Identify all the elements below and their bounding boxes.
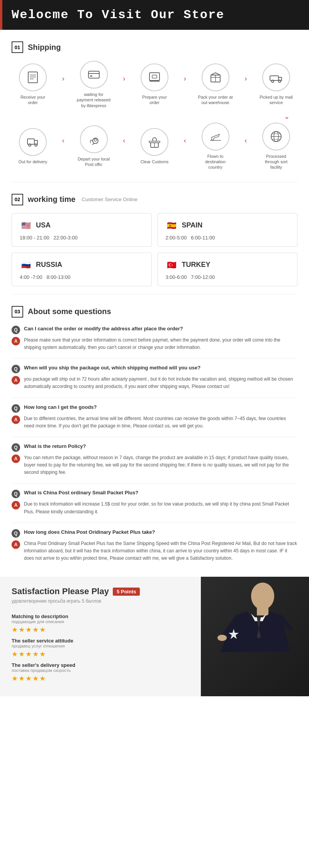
svg-point-18 [35,144,37,146]
faq-q-icon-2: Q [12,365,20,373]
faq-q-2: Q When will you ship the package out, wh… [12,364,297,373]
step-post-icon [80,125,108,153]
satisfaction-badge: 5 Points [113,588,140,596]
faq-a-text-3: Due to different countries, the arrival … [24,415,297,430]
faq-a-icon-3: A [12,415,20,424]
faq-item-2: Q When will you ship the package out, wh… [12,364,297,390]
wt-card-usa: 🇺🇸 USA 18:00 - 21:00 22:00-3:00 [12,213,152,247]
step-flown-label: Flown to destination country [198,154,233,170]
step-pack-label: Pack your order at out warehouse [198,94,233,106]
faq-a-text-2: you package will ship out in 72 hours af… [24,376,297,390]
working-time-num: 02 [12,194,23,205]
svg-rect-25 [149,141,160,143]
faq-item-6: Q How long does China Post Oridinary Pac… [12,529,297,562]
faq-a-icon-2: A [12,376,20,384]
svg-point-34 [217,635,227,641]
faq-q-text-3: How long can I get the goods? [24,404,97,411]
faq-q-icon-3: Q [12,404,20,413]
faq-q-text-2: When will you ship the package out, whic… [24,364,200,371]
step-receive: Receive your order [15,63,50,106]
shipping-row-2: Out for delivery ‹ Depart your local Pos… [12,123,297,170]
svg-point-20 [94,139,97,141]
svg-rect-0 [28,72,37,83]
faq-item-3: Q How long can I get the goods? A Due to… [12,404,297,430]
svg-rect-4 [88,71,99,78]
faq-a-5: A Due to track information will increase… [12,501,297,515]
faq-item-4: Q What is the return Policy? A You can r… [12,443,297,477]
step-pickup: Picked up by mail service [259,63,294,106]
person-silhouette [212,577,297,696]
faq-section-num: 03 [12,306,23,318]
svg-point-17 [29,144,31,146]
faq-item-5: Q What is China Post ordinary Small Pack… [12,489,297,515]
step-post: Depart your local Post offic [76,125,111,167]
arrow-2: › [123,75,125,83]
svg-point-14 [272,80,274,82]
flag-russia: 🇷🇺 [20,259,32,271]
flag-turkey: 🇹🇷 [166,259,178,271]
step-pickup-icon [262,63,290,91]
arrow-5: ‹ [62,137,65,145]
satisfaction-subtitle: удовлетворение просьба играть 5 баллов [12,598,197,604]
faq-a-icon-4: A [12,455,20,463]
shipping-section-title: 01 Shipping [12,41,297,53]
svg-rect-13 [270,76,278,80]
wt-time-spain: 2:00-5:00 6:00-11:00 [166,235,290,241]
wt-card-turkey: 🇹🇷 TURKEY 3:00-6:00 7:00-12:00 [158,253,298,286]
wt-time-usa: 18:00 - 21:00 22:00-3:00 [20,235,144,241]
step-prepare: Prepare your order [137,63,172,106]
svg-rect-7 [149,73,160,80]
satisfaction-section: Satisfaction Please Play 5 Points удовле… [0,577,309,696]
arrow-4: › [244,75,247,83]
arrow-down-icon: ⌄ [284,112,290,121]
step-payment-label: waiting for payment released by Aliexpre… [76,92,111,108]
svg-point-32 [251,583,274,610]
step-receive-icon [19,63,47,91]
faq-section-label: About some questions [28,307,111,316]
step-payment: waiting for payment released by Aliexpre… [76,61,111,108]
header-title: Welocme To Visit Our Store [12,8,297,22]
working-time-label: working time [28,195,75,204]
step-pack: Pack your order at out warehouse [198,63,233,106]
faq-q-6: Q How long does China Post Oridinary Pac… [12,529,297,538]
step-delivery-label: Out for delivery [19,159,48,164]
step-sort-label: Processed through sort facility [259,154,294,170]
sat-item-1-label: Matching to description [12,613,197,619]
faq-a-text-1: Please make sure that your order informa… [24,337,297,351]
svg-point-15 [278,80,281,82]
arrow-3: › [184,75,186,83]
flag-usa: 🇺🇸 [20,219,32,232]
wt-country-usa: 🇺🇸 USA [20,219,144,232]
arrow-1: › [62,75,65,83]
flag-spain: 🇪🇸 [166,219,178,232]
step-customs: Clear Customs [137,128,172,164]
faq-q-4: Q What is the return Policy? [12,443,297,452]
step-flown: Flown to destination country [198,123,233,170]
wt-country-turkey: 🇹🇷 TURKEY [166,259,290,271]
faq-a-text-4: You can return the package, without reas… [24,454,297,477]
svg-rect-33 [257,608,268,615]
faq-a-icon-1: A [12,337,20,345]
svg-line-21 [92,144,94,145]
faq-q-icon-6: Q [12,529,20,538]
sat-item-3-stars: ★★★★★ [12,674,197,683]
working-time-title: 02 working time Customer Service Online [12,194,297,205]
person-image [201,577,309,696]
faq-q-1: Q Can I cancel the order or modify the a… [12,325,297,334]
arrow-8: ‹ [244,137,247,145]
step-delivery-icon [19,128,47,156]
shipping-section-num: 01 [12,41,23,53]
sat-item-3-label: The seller's delivery speed [12,662,197,668]
arrow-6: ‹ [123,137,125,145]
faq-q-3: Q How long can I get the goods? [12,404,297,413]
svg-rect-9 [152,75,157,78]
svg-rect-16 [27,139,34,144]
wt-name-russia: RUSSIA [36,261,62,269]
faq-q-icon-4: Q [12,443,20,452]
faq-q-5: Q What is China Post ordinary Small Pack… [12,489,297,498]
faq-a-6: A China Post Oridinary Small Packet Plus… [12,540,297,562]
faq-a-text-6: China Post Oridinary Small Packet Plus h… [24,540,297,562]
faq-a-icon-6: A [12,540,20,549]
header-section: Welocme To Visit Our Store [0,0,309,30]
step-receive-label: Receive your order [15,94,50,106]
